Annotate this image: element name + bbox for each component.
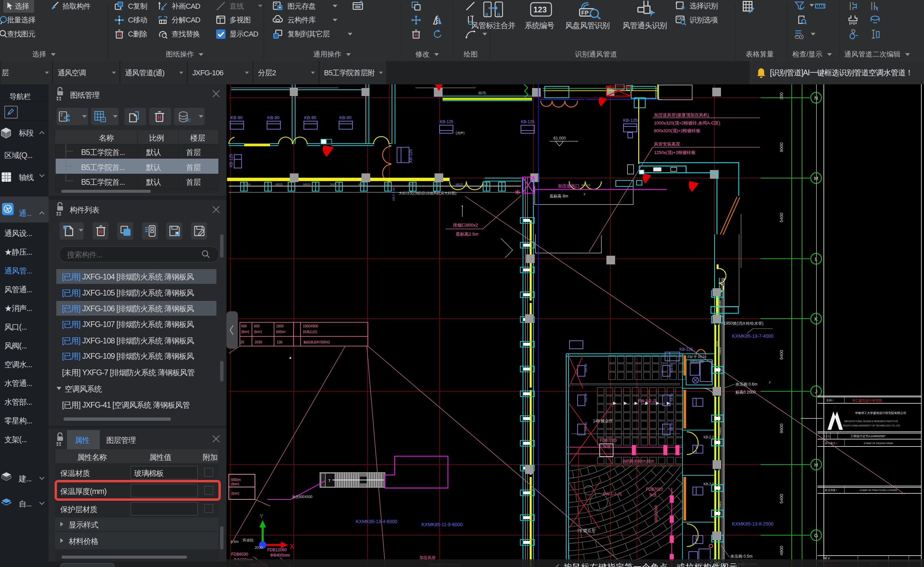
svg-text:9600: 9600	[779, 424, 784, 434]
svg-text:KB-125: KB-125	[521, 120, 534, 124]
svg-text:'风管段: '风管段	[242, 538, 254, 542]
svg-text:底标高2.5m: 底标高2.5m	[456, 232, 479, 237]
svg-text:华南理工大学建筑设计研究院有限公司: 华南理工大学建筑设计研究院有限公司	[855, 411, 906, 415]
svg-text:136: 136	[277, 340, 283, 344]
svg-text:FW-1-2-J1: FW-1-2-J1	[638, 399, 657, 404]
svg-text:N: N	[814, 95, 818, 101]
svg-text:SOUTH CHINA UNIVERSITY OF TECH: SOUTH CHINA UNIVERSITY OF TECHNOLOGY CO.…	[843, 424, 901, 427]
svg-text:3425: 3425	[384, 183, 390, 186]
svg-text:K: K	[814, 316, 818, 322]
svg-text:工程设计证书A144002597: 工程设计证书A144002597	[850, 435, 885, 438]
svg-text:600X2000: 600X2000	[654, 506, 658, 522]
svg-text:2030: 2030	[254, 546, 263, 550]
svg-text:9000: 9000	[779, 142, 784, 152]
svg-text:排烟口800x2: 排烟口800x2	[453, 223, 478, 228]
svg-text:KB-2.2: KB-2.2	[704, 435, 714, 439]
svg-text:M825: M825	[358, 183, 366, 186]
svg-text:M815: M815	[456, 183, 463, 186]
svg-text:风管安装高度: 风管安装高度	[654, 142, 680, 147]
svg-text:朝回风百叶500X2: 朝回风百叶500X2	[304, 340, 330, 344]
svg-text:9400: 9400	[779, 350, 784, 360]
svg-text:KB-2.2: KB-2.2	[704, 482, 714, 486]
svg-text:KXMK85-13-7-4000: KXMK85-13-7-4000	[732, 333, 774, 339]
svg-text:W1515: W1515	[581, 183, 590, 187]
svg-text:7020: 7020	[718, 428, 722, 435]
svg-text:L: L	[815, 256, 817, 262]
svg-text:3425: 3425	[433, 183, 439, 186]
svg-text:消防风管600X2000: 消防风管600X2000	[623, 459, 654, 463]
svg-text:Y: Y	[260, 513, 263, 519]
svg-text:1250x(顶)+2根镀锌板: 1250x(顶)+2根镀锌板	[654, 150, 695, 155]
svg-text:a: a	[497, 11, 500, 17]
svg-text:KB-90: KB-90	[670, 364, 673, 372]
svg-text:华工建筑设计研究院: 华工建筑设计研究院	[852, 399, 882, 402]
svg-text:5400: 5400	[779, 494, 784, 504]
svg-text:FDB12060: FDB12060	[267, 548, 287, 552]
svg-text:加压: 加压	[649, 493, 657, 497]
svg-text:KB-90: KB-90	[584, 364, 588, 372]
svg-text:2035: 2035	[254, 340, 262, 344]
svg-text:KXMK85-13-4-6000: KXMK85-13-4-6000	[356, 519, 397, 524]
svg-text:3204: 3204	[244, 183, 250, 186]
svg-text:1500X600: 1500X600	[303, 324, 318, 328]
svg-text:加压: 加压	[603, 444, 610, 448]
svg-text:3425: 3425	[330, 183, 336, 186]
svg-text:1500: 1500	[276, 324, 284, 328]
svg-text:600(m: 600(m	[231, 478, 241, 482]
svg-text:G: G	[814, 532, 818, 538]
svg-text:KB-90: KB-90	[304, 115, 316, 120]
svg-text:X: X	[289, 542, 295, 550]
svg-text:123: 123	[533, 5, 547, 14]
svg-text:KXMK85-11-9-6000: KXMK85-11-9-6000	[421, 522, 463, 527]
svg-text:ΦΦ400mm: ΦΦ400mm	[270, 553, 290, 558]
svg-text:a: a	[485, 11, 488, 17]
svg-text:KB-125: KB-125	[229, 154, 233, 167]
svg-text:M829: M829	[303, 183, 311, 186]
svg-text:余压阀 0.5m: 余压阀 0.5m	[730, 554, 752, 559]
svg-text:底标高 8m: 底标高 8m	[549, 194, 568, 198]
svg-text:(6m²): (6m²)	[231, 482, 239, 486]
svg-text:KB-90: KB-90	[267, 115, 279, 120]
svg-text:KB-125: KB-125	[679, 347, 693, 352]
svg-text:FW 平 05.24: FW 平 05.24	[688, 355, 707, 359]
svg-text:500X400: 500X400	[690, 360, 704, 363]
svg-text:600: 600	[254, 324, 260, 328]
svg-text:(消声): (消声)	[456, 131, 465, 135]
svg-text:| 1:1: | 1:1	[824, 435, 830, 438]
svg-text:M825: M825	[275, 183, 283, 186]
svg-text:大样详见(消防防排烟风机房大样图): 大样详见(消防防排烟风机房大样图)	[399, 191, 456, 195]
svg-text:1950接(消火栓给水管): 1950接(消火栓给水管)	[724, 321, 763, 326]
svg-text:2: 2	[769, 381, 771, 384]
svg-text:300: 300	[779, 92, 784, 100]
svg-text:FP: FP	[581, 10, 588, 16]
svg-text:名称 I: 名称 I	[826, 399, 834, 402]
svg-text:余压阀 0.6m: 余压阀 0.6m	[735, 382, 757, 387]
svg-text:3150: 3150	[718, 300, 722, 308]
svg-text:标高0 2000: 标高0 2000	[735, 390, 756, 394]
svg-text:KB-125: KB-125	[440, 120, 453, 124]
svg-text:(6m²): (6m²)	[254, 330, 262, 334]
svg-text:4.5m: 4.5m	[230, 540, 239, 544]
svg-text:(6m²): (6m²)	[241, 330, 249, 334]
svg-text:FDB7020: FDB7020	[646, 487, 663, 492]
svg-text:STAMP OF DESIGN FIRMS: STAMP OF DESIGN FIRMS	[864, 442, 893, 444]
svg-text:800x320(顶)+2根镀锌板: 800x320(顶)+2根镀锌板	[654, 128, 700, 133]
svg-text:STAMP OF PRACTICING LICENSE: STAMP OF PRACTICING LICENSE	[860, 489, 897, 491]
svg-text:KB-90: KB-90	[230, 115, 242, 120]
svg-text:5400: 5400	[779, 213, 784, 223]
svg-text:75 观众厅: 75 观众厅	[577, 528, 596, 533]
svg-text:H: H	[814, 462, 818, 468]
svg-text:7020: 7020	[718, 501, 722, 509]
svg-text:ARCHITECTURAL DESIGN & RESE: ARCHITECTURAL DESIGN & RESEARCH INSTITUT…	[844, 420, 898, 422]
svg-text:123: 123	[185, 117, 191, 123]
svg-text:M: M	[814, 176, 819, 181]
svg-text:FDB6030: FDB6030	[231, 552, 248, 556]
svg-text:KB-5 7.04: KB-5 7.04	[392, 188, 395, 201]
svg-text:3425: 3425	[482, 183, 488, 186]
svg-text:4800: 4800	[779, 546, 784, 556]
svg-text:149 观众厅: 149 观众厅	[593, 419, 613, 423]
svg-text:600: 600	[241, 324, 247, 328]
svg-text:61.000: 61.000	[554, 136, 566, 141]
svg-text:KB-90: KB-90	[670, 393, 673, 402]
svg-text:M825: M825	[408, 183, 415, 186]
